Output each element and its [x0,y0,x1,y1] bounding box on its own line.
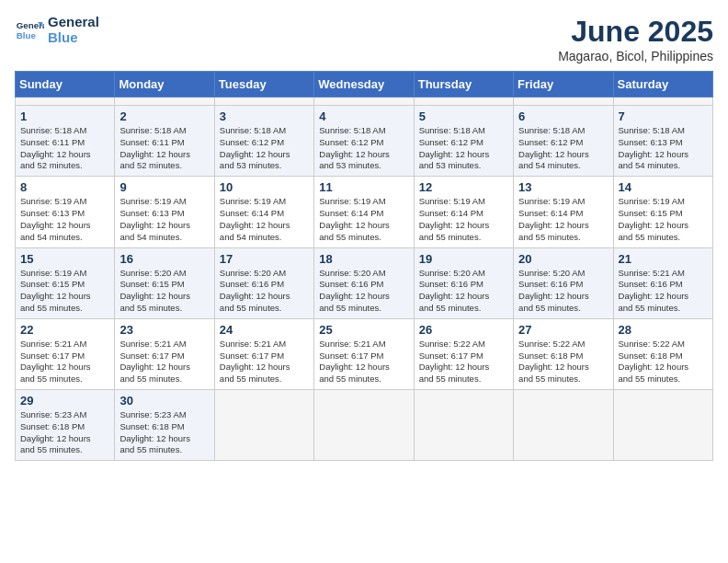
calendar-cell [414,390,513,461]
day-info: Sunrise: 5:21 AM Sunset: 6:17 PM Dayligh… [220,339,309,385]
header-thursday: Thursday [414,72,513,98]
day-number: 5 [419,109,508,123]
day-number: 29 [20,394,109,408]
calendar-table: SundayMondayTuesdayWednesdayThursdayFrid… [15,71,713,461]
calendar-cell: 18Sunrise: 5:20 AM Sunset: 6:16 PM Dayli… [314,247,414,318]
calendar-cell: 8Sunrise: 5:19 AM Sunset: 6:13 PM Daylig… [16,177,115,247]
day-number: 10 [220,180,309,194]
calendar-cell: 23Sunrise: 5:21 AM Sunset: 6:17 PM Dayli… [115,318,214,389]
calendar-cell: 9Sunrise: 5:19 AM Sunset: 6:13 PM Daylig… [115,177,214,247]
day-number: 15 [20,252,109,266]
calendar-cell [214,98,313,106]
calendar-cell: 14Sunrise: 5:19 AM Sunset: 6:15 PM Dayli… [613,177,712,247]
calendar-cell: 11Sunrise: 5:19 AM Sunset: 6:14 PM Dayli… [314,177,414,247]
page-header: General Blue General Blue June 2025 Maga… [15,15,713,63]
day-number: 19 [419,252,508,266]
calendar-cell: 2Sunrise: 5:18 AM Sunset: 6:11 PM Daylig… [115,106,214,177]
day-number: 13 [518,180,608,194]
logo: General Blue General Blue [15,15,99,45]
calendar-cell [613,390,712,461]
calendar-cell: 13Sunrise: 5:19 AM Sunset: 6:14 PM Dayli… [514,177,613,247]
header-tuesday: Tuesday [214,72,313,98]
calendar-cell [314,390,414,461]
week-row-5: 29Sunrise: 5:23 AM Sunset: 6:18 PM Dayli… [16,390,713,461]
day-number: 2 [119,109,209,123]
day-number: 1 [20,109,109,123]
calendar-cell: 24Sunrise: 5:21 AM Sunset: 6:17 PM Dayli… [214,318,313,389]
header-wednesday: Wednesday [314,72,414,98]
header-friday: Friday [514,72,613,98]
day-info: Sunrise: 5:21 AM Sunset: 6:17 PM Dayligh… [119,339,209,385]
day-number: 16 [119,252,209,266]
day-info: Sunrise: 5:20 AM Sunset: 6:16 PM Dayligh… [419,268,508,315]
day-info: Sunrise: 5:18 AM Sunset: 6:12 PM Dayligh… [518,125,608,172]
day-number: 18 [319,252,408,266]
day-info: Sunrise: 5:20 AM Sunset: 6:15 PM Dayligh… [119,268,209,315]
day-info: Sunrise: 5:19 AM Sunset: 6:14 PM Dayligh… [319,196,408,243]
day-number: 8 [20,180,109,194]
day-info: Sunrise: 5:23 AM Sunset: 6:18 PM Dayligh… [119,409,209,456]
day-number: 4 [319,109,408,123]
calendar-cell: 3Sunrise: 5:18 AM Sunset: 6:12 PM Daylig… [214,106,313,177]
calendar-cell [314,98,414,106]
day-info: Sunrise: 5:19 AM Sunset: 6:13 PM Dayligh… [20,196,109,243]
title-block: June 2025 Magarao, Bicol, Philippines [558,15,713,63]
day-info: Sunrise: 5:19 AM Sunset: 6:14 PM Dayligh… [419,196,508,243]
header-saturday: Saturday [613,72,712,98]
day-number: 20 [518,252,608,266]
week-row-1: 1Sunrise: 5:18 AM Sunset: 6:11 PM Daylig… [16,106,713,177]
calendar-cell: 22Sunrise: 5:21 AM Sunset: 6:17 PM Dayli… [16,318,115,389]
calendar-cell: 21Sunrise: 5:21 AM Sunset: 6:16 PM Dayli… [613,247,712,318]
day-info: Sunrise: 5:19 AM Sunset: 6:15 PM Dayligh… [20,268,109,315]
calendar-cell: 27Sunrise: 5:22 AM Sunset: 6:18 PM Dayli… [514,318,613,389]
day-info: Sunrise: 5:18 AM Sunset: 6:12 PM Dayligh… [319,125,408,172]
day-number: 28 [619,323,708,337]
day-info: Sunrise: 5:23 AM Sunset: 6:18 PM Dayligh… [20,409,109,456]
day-info: Sunrise: 5:18 AM Sunset: 6:12 PM Dayligh… [220,125,309,172]
calendar-cell: 20Sunrise: 5:20 AM Sunset: 6:16 PM Dayli… [514,247,613,318]
day-info: Sunrise: 5:21 AM Sunset: 6:17 PM Dayligh… [319,339,408,385]
day-info: Sunrise: 5:20 AM Sunset: 6:16 PM Dayligh… [518,268,608,315]
calendar-cell: 12Sunrise: 5:19 AM Sunset: 6:14 PM Dayli… [414,177,513,247]
calendar-cell: 10Sunrise: 5:19 AM Sunset: 6:14 PM Dayli… [214,177,313,247]
day-number: 6 [518,109,608,123]
day-number: 9 [119,180,209,194]
calendar-cell: 19Sunrise: 5:20 AM Sunset: 6:16 PM Dayli… [414,247,513,318]
calendar-cell [115,98,214,106]
calendar-cell: 30Sunrise: 5:23 AM Sunset: 6:18 PM Dayli… [115,390,214,461]
day-info: Sunrise: 5:18 AM Sunset: 6:12 PM Dayligh… [419,125,508,172]
svg-text:General: General [17,20,44,30]
calendar-cell: 5Sunrise: 5:18 AM Sunset: 6:12 PM Daylig… [414,106,513,177]
header-monday: Monday [115,72,214,98]
calendar-cell: 26Sunrise: 5:22 AM Sunset: 6:17 PM Dayli… [414,318,513,389]
calendar-cell: 1Sunrise: 5:18 AM Sunset: 6:11 PM Daylig… [16,106,115,177]
day-info: Sunrise: 5:21 AM Sunset: 6:17 PM Dayligh… [20,339,109,385]
calendar-cell: 6Sunrise: 5:18 AM Sunset: 6:12 PM Daylig… [514,106,613,177]
day-number: 14 [619,180,708,194]
calendar-cell: 25Sunrise: 5:21 AM Sunset: 6:17 PM Dayli… [314,318,414,389]
day-number: 27 [518,323,608,337]
day-info: Sunrise: 5:20 AM Sunset: 6:16 PM Dayligh… [220,268,309,315]
day-info: Sunrise: 5:18 AM Sunset: 6:11 PM Dayligh… [20,125,109,172]
day-info: Sunrise: 5:19 AM Sunset: 6:15 PM Dayligh… [619,196,708,243]
calendar-cell: 16Sunrise: 5:20 AM Sunset: 6:15 PM Dayli… [115,247,214,318]
day-info: Sunrise: 5:19 AM Sunset: 6:13 PM Dayligh… [119,196,209,243]
header-row: SundayMondayTuesdayWednesdayThursdayFrid… [16,72,713,98]
calendar-cell [414,98,513,106]
day-number: 30 [119,394,209,408]
week-row-2: 8Sunrise: 5:19 AM Sunset: 6:13 PM Daylig… [16,177,713,247]
week-row-4: 22Sunrise: 5:21 AM Sunset: 6:17 PM Dayli… [16,318,713,389]
calendar-title: June 2025 [558,15,713,49]
day-number: 17 [220,252,309,266]
day-info: Sunrise: 5:18 AM Sunset: 6:11 PM Dayligh… [119,125,209,172]
day-info: Sunrise: 5:20 AM Sunset: 6:16 PM Dayligh… [319,268,408,315]
calendar-cell: 7Sunrise: 5:18 AM Sunset: 6:13 PM Daylig… [613,106,712,177]
logo-icon: General Blue [15,16,44,45]
day-info: Sunrise: 5:22 AM Sunset: 6:18 PM Dayligh… [619,339,708,385]
day-info: Sunrise: 5:22 AM Sunset: 6:18 PM Dayligh… [518,339,608,385]
calendar-cell [514,98,613,106]
day-number: 25 [319,323,408,337]
logo-text-general: General [48,15,99,30]
day-number: 3 [220,109,309,123]
calendar-cell [514,390,613,461]
